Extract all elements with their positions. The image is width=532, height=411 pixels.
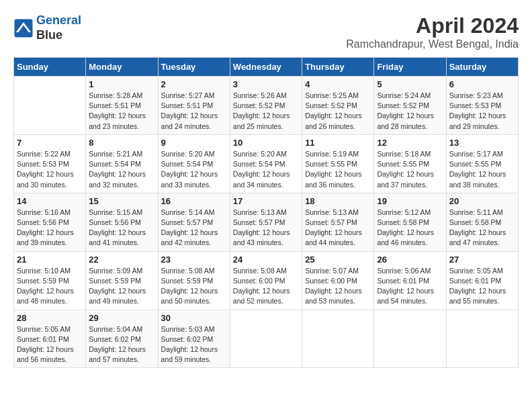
logo: General Blue <box>13 13 81 42</box>
day-info: Sunrise: 5:12 AMSunset: 5:58 PMDaylight:… <box>377 208 443 248</box>
calendar-week-row: 14Sunrise: 5:16 AMSunset: 5:56 PMDayligh… <box>14 193 519 251</box>
day-info: Sunrise: 5:09 AMSunset: 5:59 PMDaylight:… <box>89 266 154 307</box>
day-number: 14 <box>17 196 83 206</box>
calendar-cell: 5Sunrise: 5:24 AMSunset: 5:52 PMDaylight… <box>374 77 446 135</box>
day-info: Sunrise: 5:05 AMSunset: 6:01 PMDaylight:… <box>449 266 515 307</box>
calendar-cell: 2Sunrise: 5:27 AMSunset: 5:51 PMDaylight… <box>158 77 230 135</box>
day-number: 17 <box>233 196 299 206</box>
calendar-cell: 15Sunrise: 5:15 AMSunset: 5:56 PMDayligh… <box>86 193 158 251</box>
day-number: 23 <box>161 255 227 265</box>
day-number: 5 <box>377 79 443 89</box>
calendar-cell: 6Sunrise: 5:23 AMSunset: 5:53 PMDaylight… <box>446 77 518 135</box>
day-number: 16 <box>161 196 227 206</box>
day-number: 22 <box>89 255 154 265</box>
day-info: Sunrise: 5:21 AMSunset: 5:54 PMDaylight:… <box>89 149 154 190</box>
day-info: Sunrise: 5:08 AMSunset: 5:59 PMDaylight:… <box>161 266 227 307</box>
day-number: 6 <box>449 79 515 89</box>
calendar-cell: 18Sunrise: 5:13 AMSunset: 5:57 PMDayligh… <box>302 193 374 251</box>
calendar-cell: 3Sunrise: 5:26 AMSunset: 5:52 PMDaylight… <box>230 77 302 135</box>
day-number: 15 <box>89 196 154 206</box>
calendar-cell: 28Sunrise: 5:05 AMSunset: 6:01 PMDayligh… <box>14 310 86 368</box>
day-info: Sunrise: 5:06 AMSunset: 6:01 PMDaylight:… <box>377 266 443 307</box>
logo-line2: Blue <box>36 28 81 43</box>
calendar-table: SundayMondayTuesdayWednesdayThursdayFrid… <box>13 57 519 368</box>
day-info: Sunrise: 5:13 AMSunset: 5:57 PMDaylight:… <box>305 208 371 248</box>
logo-text: General Blue <box>36 13 81 42</box>
calendar-week-row: 1Sunrise: 5:28 AMSunset: 5:51 PMDaylight… <box>14 77 519 135</box>
calendar-week-row: 28Sunrise: 5:05 AMSunset: 6:01 PMDayligh… <box>14 310 519 368</box>
location: Ramchandrapur, West Bengal, India <box>346 38 519 50</box>
calendar-cell: 22Sunrise: 5:09 AMSunset: 5:59 PMDayligh… <box>86 251 158 310</box>
day-info: Sunrise: 5:15 AMSunset: 5:56 PMDaylight:… <box>89 208 154 248</box>
weekday-header: Sunday <box>14 58 86 77</box>
calendar-cell: 7Sunrise: 5:22 AMSunset: 5:53 PMDaylight… <box>14 134 86 193</box>
title-block: April 2024 Ramchandrapur, West Bengal, I… <box>346 13 519 50</box>
calendar-cell: 29Sunrise: 5:04 AMSunset: 6:02 PMDayligh… <box>86 310 158 368</box>
day-info: Sunrise: 5:24 AMSunset: 5:52 PMDaylight:… <box>377 91 443 132</box>
day-number: 25 <box>305 255 371 265</box>
day-number: 13 <box>449 138 515 148</box>
calendar-cell: 12Sunrise: 5:18 AMSunset: 5:55 PMDayligh… <box>374 134 446 193</box>
day-info: Sunrise: 5:10 AMSunset: 5:59 PMDaylight:… <box>17 266 83 307</box>
day-info: Sunrise: 5:20 AMSunset: 5:54 PMDaylight:… <box>161 149 227 190</box>
calendar-cell: 24Sunrise: 5:08 AMSunset: 6:00 PMDayligh… <box>230 251 302 310</box>
calendar-cell <box>374 310 446 368</box>
day-number: 30 <box>161 313 227 323</box>
day-number: 18 <box>305 196 371 206</box>
day-number: 12 <box>377 138 443 148</box>
day-info: Sunrise: 5:17 AMSunset: 5:55 PMDaylight:… <box>449 149 515 190</box>
day-info: Sunrise: 5:14 AMSunset: 5:57 PMDaylight:… <box>161 208 227 248</box>
day-info: Sunrise: 5:22 AMSunset: 5:53 PMDaylight:… <box>17 149 83 190</box>
weekday-header: Tuesday <box>158 58 230 77</box>
day-info: Sunrise: 5:27 AMSunset: 5:51 PMDaylight:… <box>161 91 227 132</box>
calendar-cell: 19Sunrise: 5:12 AMSunset: 5:58 PMDayligh… <box>374 193 446 251</box>
weekday-header: Wednesday <box>230 58 302 77</box>
calendar-cell: 8Sunrise: 5:21 AMSunset: 5:54 PMDaylight… <box>86 134 158 193</box>
day-number: 21 <box>17 255 83 265</box>
day-info: Sunrise: 5:11 AMSunset: 5:58 PMDaylight:… <box>449 208 515 248</box>
day-info: Sunrise: 5:23 AMSunset: 5:53 PMDaylight:… <box>449 91 515 132</box>
day-info: Sunrise: 5:07 AMSunset: 6:00 PMDaylight:… <box>305 266 371 307</box>
calendar-cell: 30Sunrise: 5:03 AMSunset: 6:02 PMDayligh… <box>158 310 230 368</box>
calendar-cell <box>14 77 86 135</box>
day-number: 4 <box>305 79 371 89</box>
calendar-body: 1Sunrise: 5:28 AMSunset: 5:51 PMDaylight… <box>14 77 519 368</box>
calendar-cell: 17Sunrise: 5:13 AMSunset: 5:57 PMDayligh… <box>230 193 302 251</box>
calendar-cell: 14Sunrise: 5:16 AMSunset: 5:56 PMDayligh… <box>14 193 86 251</box>
calendar-cell: 21Sunrise: 5:10 AMSunset: 5:59 PMDayligh… <box>14 251 86 310</box>
day-info: Sunrise: 5:03 AMSunset: 6:02 PMDaylight:… <box>161 324 227 365</box>
day-number: 11 <box>305 138 371 148</box>
calendar-header: SundayMondayTuesdayWednesdayThursdayFrid… <box>14 58 519 77</box>
day-number: 26 <box>377 255 443 265</box>
calendar-cell: 20Sunrise: 5:11 AMSunset: 5:58 PMDayligh… <box>446 193 518 251</box>
day-info: Sunrise: 5:20 AMSunset: 5:54 PMDaylight:… <box>233 149 299 190</box>
day-info: Sunrise: 5:16 AMSunset: 5:56 PMDaylight:… <box>17 208 83 248</box>
weekday-header: Saturday <box>446 58 518 77</box>
calendar-cell: 25Sunrise: 5:07 AMSunset: 6:00 PMDayligh… <box>302 251 374 310</box>
day-number: 9 <box>161 138 227 148</box>
day-number: 27 <box>449 255 515 265</box>
day-number: 19 <box>377 196 443 206</box>
day-info: Sunrise: 5:19 AMSunset: 5:55 PMDaylight:… <box>305 149 371 190</box>
calendar-cell: 13Sunrise: 5:17 AMSunset: 5:55 PMDayligh… <box>446 134 518 193</box>
day-info: Sunrise: 5:05 AMSunset: 6:01 PMDaylight:… <box>17 324 83 365</box>
day-number: 10 <box>233 138 299 148</box>
day-number: 1 <box>89 79 154 89</box>
month-year: April 2024 <box>346 13 519 38</box>
day-number: 8 <box>89 138 154 148</box>
day-number: 2 <box>161 79 227 89</box>
calendar-cell: 27Sunrise: 5:05 AMSunset: 6:01 PMDayligh… <box>446 251 518 310</box>
calendar-cell: 23Sunrise: 5:08 AMSunset: 5:59 PMDayligh… <box>158 251 230 310</box>
day-number: 24 <box>233 255 299 265</box>
calendar-cell <box>446 310 518 368</box>
day-info: Sunrise: 5:26 AMSunset: 5:52 PMDaylight:… <box>233 91 299 132</box>
calendar-cell: 1Sunrise: 5:28 AMSunset: 5:51 PMDaylight… <box>86 77 158 135</box>
calendar-cell <box>302 310 374 368</box>
calendar-cell: 9Sunrise: 5:20 AMSunset: 5:54 PMDaylight… <box>158 134 230 193</box>
calendar-week-row: 21Sunrise: 5:10 AMSunset: 5:59 PMDayligh… <box>14 251 519 310</box>
day-number: 29 <box>89 313 154 323</box>
logo-icon <box>13 18 34 38</box>
weekday-header: Monday <box>86 58 158 77</box>
day-info: Sunrise: 5:13 AMSunset: 5:57 PMDaylight:… <box>233 208 299 248</box>
day-info: Sunrise: 5:28 AMSunset: 5:51 PMDaylight:… <box>89 91 154 132</box>
